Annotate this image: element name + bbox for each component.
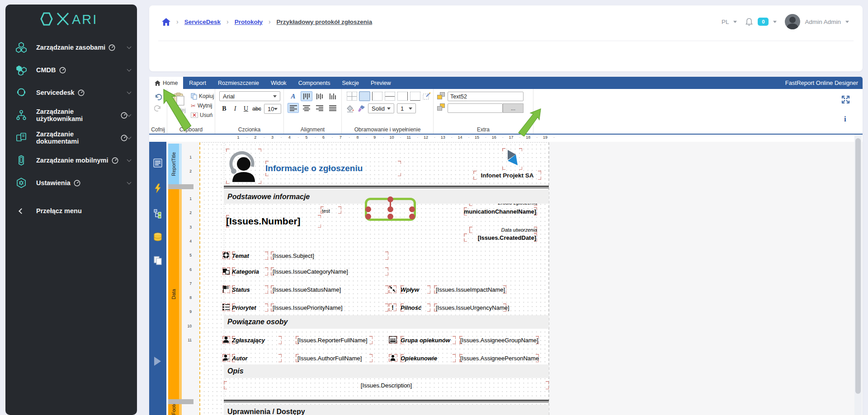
band-data[interactable]: Data (168, 189, 182, 399)
reporter-icon-box[interactable] (222, 336, 230, 344)
breadcrumb-link-servicedesk[interactable]: ServiceDesk (184, 19, 221, 25)
selection-handle[interactable] (365, 214, 371, 219)
valign-top-button[interactable] (301, 91, 312, 101)
priority-label[interactable]: Priorytet (232, 303, 268, 312)
fill-color-icon[interactable] (346, 105, 354, 112)
tab-rozmieszczenie[interactable]: Rozmieszczenie (212, 77, 265, 89)
tab-raport[interactable]: Raport (183, 77, 212, 89)
caret-down-icon[interactable] (773, 21, 777, 23)
breadcrumb-link-protokoly[interactable]: Protokoły (235, 19, 263, 25)
events-icon[interactable] (153, 183, 163, 193)
band-separator[interactable] (168, 184, 193, 189)
sidebar-item-dokumenty[interactable]: Zarządzanie dokumentami (5, 126, 137, 149)
band-separator[interactable] (168, 399, 193, 404)
delete-button[interactable]: ✕ Usuń (191, 111, 214, 119)
selection-handle[interactable] (409, 214, 415, 219)
language-selector[interactable]: PL (722, 19, 729, 25)
data-source-icon[interactable] (153, 232, 163, 242)
border-none-button[interactable] (359, 91, 370, 101)
band-reporttitle[interactable]: ReportTitle (168, 144, 182, 184)
border-all-button[interactable] (346, 91, 358, 101)
home-icon[interactable] (162, 18, 170, 26)
tab-home[interactable]: Home (149, 77, 183, 89)
tab-widok[interactable]: Widok (265, 77, 292, 89)
description-value[interactable]: [Issues.Description] (224, 381, 549, 389)
issue-number-field[interactable]: [Issues.Number] (226, 215, 321, 228)
bell-icon[interactable] (745, 18, 753, 26)
assignees-icon-box[interactable] (389, 354, 397, 362)
border-style-select[interactable]: Solid (368, 103, 394, 113)
info-icon[interactable]: i (844, 115, 846, 124)
status-label[interactable]: Status (232, 285, 268, 294)
run-report-icon[interactable] (154, 357, 161, 366)
status-icon-box[interactable] (222, 285, 230, 293)
border-bottom-button[interactable] (410, 91, 421, 101)
selection-handle[interactable] (365, 206, 371, 212)
extra-value-input[interactable] (448, 103, 503, 113)
status-value[interactable]: [Issues.IssueStatusName] (271, 285, 388, 294)
sidebar-item-servicedesk[interactable]: Servicedesk (5, 81, 137, 104)
copy-pages-icon[interactable] (153, 256, 163, 266)
priority-icon-box[interactable] (222, 303, 230, 311)
align-center-button[interactable] (301, 103, 312, 113)
impact-label[interactable]: Wpływ (401, 285, 430, 294)
tab-preview[interactable]: Preview (365, 77, 396, 89)
cut-button[interactable]: ✂ Wytnij (191, 102, 214, 110)
report-title-text[interactable]: Informacje o zgłoszeniu (265, 161, 401, 176)
category-icon-box[interactable] (222, 267, 230, 275)
border-paint-button[interactable] (422, 91, 431, 101)
selection-handle[interactable] (387, 214, 393, 219)
object-name-input[interactable] (448, 92, 524, 101)
urgency-value[interactable]: [Issues.IssueUrgencyName] (434, 303, 506, 312)
font-color-button[interactable]: A (288, 91, 299, 101)
section-header-permissions[interactable]: Uprawnienia / Dostępy (224, 405, 549, 415)
reporter-value[interactable]: [Issues.ReporterFullName] (296, 336, 373, 344)
italic-button[interactable]: I (230, 104, 240, 114)
border-right-button[interactable] (397, 91, 408, 101)
report-properties-icon[interactable] (153, 158, 163, 168)
category-value[interactable]: [Issues.IssueCategoryName] (271, 267, 388, 275)
section-header-description[interactable]: Opis (224, 364, 549, 378)
test-textbox[interactable]: test (321, 206, 341, 214)
sidebar-item-cmdb[interactable]: CMDB (5, 59, 137, 81)
underline-button[interactable]: U (241, 104, 251, 114)
valign-center-button[interactable] (314, 91, 326, 101)
notification-badge[interactable]: 0 (758, 18, 769, 26)
source-value-field[interactable]: [Issues.CommunicationChannelName] (464, 207, 537, 215)
strikethrough-button[interactable]: abc (252, 104, 262, 114)
font-family-select[interactable]: Arial (219, 91, 280, 101)
band-footer[interactable]: Footer1 (168, 404, 182, 415)
copy-button[interactable]: Kopiuj (191, 92, 214, 100)
send-to-back-icon[interactable] (437, 103, 445, 111)
author-icon-box[interactable] (222, 354, 230, 362)
sidebar-item-uzytkownicy[interactable]: Zarządzanie użytkownikami (5, 104, 137, 126)
more-options-button[interactable]: ... (503, 103, 524, 113)
assignees-value[interactable]: [Issues.AssigneePersonName] (459, 354, 539, 362)
redo-icon[interactable] (154, 105, 162, 112)
author-label[interactable]: Autor (232, 354, 282, 362)
urgency-icon-box[interactable]: ! (389, 303, 396, 311)
assignee-group-label[interactable]: Grupa opiekunów (401, 336, 456, 344)
font-size-select[interactable]: 10 (264, 104, 281, 114)
sidebar-item-ustawienia[interactable]: Ustawienia (5, 172, 137, 194)
border-left-button[interactable] (372, 91, 383, 101)
align-left-button[interactable] (288, 103, 299, 113)
selection-handle[interactable] (409, 206, 415, 212)
report-logo-picture[interactable] (226, 149, 261, 184)
border-width-select[interactable]: 1 (397, 103, 416, 113)
assignee-group-icon-box[interactable] (389, 336, 397, 344)
tab-sekcje[interactable]: Sekcje (336, 77, 365, 89)
section-header-people[interactable]: Powiązane osoby (224, 315, 549, 329)
selection-handle[interactable] (387, 196, 393, 202)
company-logo[interactable] (502, 148, 522, 170)
company-name-text[interactable]: Infonet Projekt SA (473, 171, 541, 180)
user-name[interactable]: Admin Admin (805, 19, 841, 25)
report-page[interactable]: Informacje o zgłoszeniu Infonet Projekt … (199, 142, 549, 415)
tab-components[interactable]: Components (292, 77, 336, 89)
avatar[interactable] (785, 14, 800, 29)
sidebar-toggle-menu[interactable]: Przełącz menu (5, 200, 137, 222)
assignee-group-value[interactable]: [Issues.AssigneeGroupName] (459, 336, 539, 344)
valign-bottom-button[interactable] (327, 91, 339, 101)
created-value-field[interactable]: [Issues.CreatedDate] (464, 233, 537, 242)
priority-value[interactable]: [Issues.IssuePriorityName] (271, 303, 388, 312)
